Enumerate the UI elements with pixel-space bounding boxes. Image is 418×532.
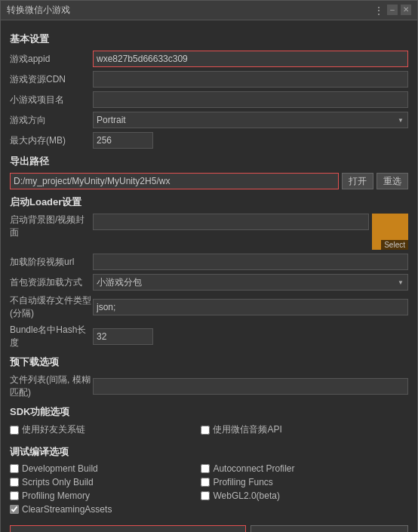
project-name-label: 小游戏项目名	[10, 94, 93, 106]
no-cache-input[interactable]	[93, 299, 408, 315]
webgl2-checkbox[interactable]	[201, 491, 210, 500]
appid-input[interactable]	[93, 51, 408, 67]
file-list-input[interactable]	[93, 378, 408, 395]
webgl2-label: WebGL2.0(beta)	[213, 490, 280, 501]
scripts-only-checkbox[interactable]	[10, 478, 19, 487]
project-name-row: 小游戏项目名	[10, 91, 408, 108]
orientation-row: 游戏方向 Portrait Landscape Auto	[10, 112, 408, 128]
clear-streaming-item: ClearStreamingAssets	[10, 504, 408, 515]
orientation-label: 游戏方向	[10, 114, 93, 127]
scripts-only-item: Scripts Only Build	[10, 477, 201, 487]
autoconnect-label: Autoconnect Profiler	[213, 463, 294, 474]
friend-relation-checkbox[interactable]	[10, 426, 19, 435]
max-memory-label: 最大内存(MB)	[10, 134, 93, 147]
bg-image-input[interactable]	[93, 214, 369, 230]
export-path-input[interactable]	[10, 173, 339, 189]
cdn-label: 游戏资源CDN	[10, 73, 93, 86]
autoconnect-checkbox[interactable]	[201, 464, 210, 473]
dev-build-item: Development Build	[10, 463, 201, 474]
clear-streaming-label: ClearStreamingAssets	[22, 504, 112, 515]
bg-image-row: 启动背景图/视频封面 Select	[10, 214, 408, 250]
first-load-select-wrapper: 小游戏分包 普通下载	[93, 274, 408, 291]
window-title: 转换微信小游戏	[7, 4, 70, 17]
cdn-row: 游戏资源CDN	[10, 71, 408, 88]
profiling-funcs-label: Profiling Funcs	[213, 477, 272, 487]
bg-image-label: 启动背景图/视频封面	[10, 214, 93, 239]
friend-relation-item: 使用好友关系链	[10, 423, 201, 436]
dev-build-label: Development Build	[22, 463, 98, 474]
autoconnect-item: Autoconnect Profiler	[201, 463, 392, 474]
debug-checkbox-group: Development Build Autoconnect Profiler S…	[10, 463, 408, 518]
select-label[interactable]: Select	[381, 240, 408, 250]
main-window: 转换微信小游戏 ⋮ – ✕ 基本设置 游戏appid 游戏资源CDN 小游戏项目…	[0, 0, 418, 532]
open-path-button[interactable]: 打开	[342, 173, 373, 189]
profiling-memory-label: Profiling Memory	[22, 490, 90, 501]
max-memory-input[interactable]	[93, 132, 153, 149]
reset-path-button[interactable]: 重选	[377, 173, 408, 189]
window-menu-icon[interactable]: ⋮	[373, 5, 384, 17]
first-load-label: 首包资源加载方式	[10, 276, 93, 289]
friend-relation-label: 使用好友关系链	[22, 423, 85, 436]
bundle-hash-input[interactable]	[93, 328, 153, 345]
dev-build-checkbox[interactable]	[10, 464, 19, 473]
appid-row: 游戏appid	[10, 51, 408, 67]
main-content: 基本设置 游戏appid 游戏资源CDN 小游戏项目名 游戏方向 Portrai…	[1, 20, 417, 532]
clear-streaming-checkbox[interactable]	[10, 505, 19, 514]
profiling-memory-item: Profiling Memory	[10, 490, 201, 501]
convert-webgl-button[interactable]: 将WEBGL转为小游戏(不常用)	[250, 525, 408, 532]
first-load-select[interactable]: 小游戏分包 普通下载	[93, 274, 408, 291]
export-webgl-button[interactable]: 导出WEBGL并转换为小游戏(常用)	[10, 525, 246, 532]
basic-settings-header: 基本设置	[10, 32, 408, 46]
minimize-button[interactable]: –	[387, 5, 398, 15]
loading-url-row: 加载阶段视频url	[10, 254, 408, 270]
bottom-buttons: 导出WEBGL并转换为小游戏(常用) 将WEBGL转为小游戏(不常用)	[10, 525, 408, 532]
no-cache-row: 不自动缓存文件类型(分隔)	[10, 294, 408, 320]
export-path-header: 导出路径	[10, 155, 408, 168]
title-bar-controls: ⋮ – ✕	[373, 5, 411, 17]
export-path-row: 打开 重选	[10, 173, 408, 189]
title-bar: 转换微信小游戏 ⋮ – ✕	[1, 1, 417, 20]
profiling-memory-checkbox[interactable]	[10, 491, 19, 500]
predownload-header: 预下载选项	[10, 355, 408, 369]
orientation-select-wrapper: Portrait Landscape Auto	[93, 112, 408, 128]
orientation-select[interactable]: Portrait Landscape Auto	[93, 112, 408, 128]
appid-label: 游戏appid	[10, 53, 93, 66]
profiling-funcs-item: Profiling Funcs	[201, 477, 392, 487]
bundle-hash-label: Bundle名中Hash长度	[10, 324, 93, 349]
bundle-hash-row: Bundle名中Hash长度	[10, 324, 408, 349]
first-load-row: 首包资源加载方式 小游戏分包 普通下载	[10, 274, 408, 291]
bg-image-preview: Select	[372, 214, 408, 250]
file-list-row: 文件列表(间隔, 模糊匹配)	[10, 374, 408, 399]
file-list-label: 文件列表(间隔, 模糊匹配)	[10, 374, 93, 399]
no-cache-label: 不自动缓存文件类型(分隔)	[10, 294, 93, 320]
title-bar-left: 转换微信小游戏	[7, 4, 70, 17]
cdn-input[interactable]	[93, 71, 408, 88]
profiling-funcs-checkbox[interactable]	[201, 478, 210, 487]
scripts-only-label: Scripts Only Build	[22, 477, 94, 487]
loading-url-input[interactable]	[93, 254, 408, 270]
sdk-options-header: SDK功能选项	[10, 405, 408, 419]
wechat-audio-checkbox[interactable]	[201, 426, 210, 435]
wechat-audio-item: 使用微信音频API	[201, 423, 392, 436]
sdk-checkbox-group: 使用好友关系链 使用微信音频API	[10, 423, 408, 439]
loading-url-label: 加载阶段视频url	[10, 256, 93, 269]
webgl2-item: WebGL2.0(beta)	[201, 490, 392, 501]
wechat-audio-label: 使用微信音频API	[213, 423, 281, 436]
project-name-input[interactable]	[93, 91, 408, 108]
max-memory-row: 最大内存(MB)	[10, 132, 408, 149]
loader-settings-header: 启动Loader设置	[10, 195, 408, 209]
debug-options-header: 调试编译选项	[10, 445, 408, 459]
close-button[interactable]: ✕	[401, 5, 411, 15]
